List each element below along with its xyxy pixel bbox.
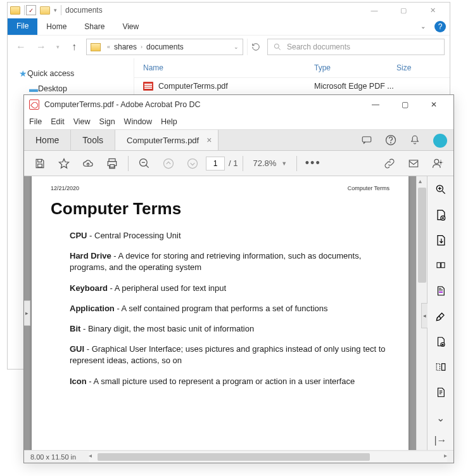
scrollbar-thumb[interactable] (98, 453, 370, 461)
qat-dropdown-icon[interactable]: ▾ (54, 7, 57, 13)
expand-panel-icon[interactable]: |→ (433, 435, 448, 446)
export-pdf-icon[interactable] (434, 233, 448, 247)
close-button[interactable]: ✕ (419, 96, 448, 113)
page-up-button[interactable] (158, 153, 179, 174)
page-dimensions: 8.00 x 11.50 in (30, 453, 76, 461)
explorer-title: documents (65, 6, 103, 15)
search-tool-icon[interactable] (434, 183, 448, 196)
ribbon-file-tab[interactable]: File (8, 18, 37, 35)
organize-pages-icon[interactable] (434, 259, 448, 273)
svg-point-9 (188, 158, 198, 168)
star-button[interactable] (53, 153, 75, 174)
minimize-button[interactable]: — (360, 4, 389, 16)
ribbon-share-tab[interactable]: Share (75, 19, 113, 34)
menu-help[interactable]: Help (161, 117, 177, 126)
file-row[interactable]: ComputerTerms.pdf Microsoft Edge PDF ... (134, 78, 450, 94)
help-circle-icon[interactable] (379, 130, 403, 150)
folder-icon (40, 6, 50, 15)
bell-icon[interactable] (403, 130, 427, 150)
up-button[interactable]: ↑ (66, 39, 82, 55)
qat-properties-icon[interactable]: ✓ (26, 5, 36, 15)
save-button[interactable] (29, 153, 51, 174)
minimize-button[interactable]: — (361, 96, 390, 113)
email-button[interactable] (403, 153, 424, 174)
zoom-dropdown[interactable]: 72.8% ▼ (248, 157, 291, 170)
tab-close-icon[interactable]: × (206, 135, 212, 145)
convert-icon[interactable] (434, 335, 448, 349)
horizontal-scrollbar[interactable] (89, 452, 447, 462)
svg-rect-16 (441, 262, 444, 267)
compare-icon[interactable] (434, 360, 448, 374)
recent-dropdown-icon[interactable]: ▾ (53, 39, 62, 55)
page-down-button[interactable] (182, 153, 203, 174)
svg-rect-10 (409, 160, 418, 167)
sidebar-label: Desktop (38, 84, 67, 93)
acrobat-logo-icon (29, 100, 39, 110)
back-button[interactable]: ← (13, 39, 29, 55)
menu-sign[interactable]: Sign (99, 117, 115, 126)
sign-icon[interactable] (434, 309, 448, 323)
chevron-down-icon: ▼ (281, 160, 287, 167)
column-size[interactable]: Size (396, 63, 441, 72)
tab-home[interactable]: Home (24, 130, 71, 150)
acrobat-titlebar[interactable]: ComputerTerms.pdf - Adobe Acrobat Pro DC… (24, 95, 453, 114)
forward-button[interactable]: → (33, 39, 49, 55)
close-button[interactable]: ✕ (418, 4, 447, 16)
explorer-titlebar[interactable]: ✓ ▾ documents — ▢ ✕ (8, 3, 450, 18)
ribbon-home-tab[interactable]: Home (37, 19, 75, 34)
search-input[interactable]: Search documents (267, 39, 445, 55)
more-tools-icon[interactable] (434, 385, 448, 399)
help-icon[interactable]: ? (434, 21, 446, 32)
explorer-ribbon: File Home Share View ⌄ ? (8, 18, 450, 35)
search-icon (273, 42, 282, 51)
zoom-value: 72.8% (253, 158, 276, 168)
breadcrumb-sep-icon: › (141, 44, 142, 50)
redact-icon[interactable] (434, 284, 448, 298)
page-header-date: 12/21/2020 (51, 185, 79, 191)
ribbon-collapse-icon[interactable]: ⌄ (415, 23, 431, 30)
profile-avatar[interactable] (433, 134, 447, 148)
ribbon-view-tab[interactable]: View (113, 19, 148, 34)
menu-file[interactable]: File (29, 117, 42, 126)
right-panel-toggle[interactable]: ◂ (421, 303, 428, 328)
menu-edit[interactable]: Edit (51, 117, 65, 126)
zoom-out-button[interactable] (134, 153, 155, 174)
acrobat-window: ComputerTerms.pdf - Adobe Acrobat Pro DC… (23, 94, 454, 463)
scrollbar-thumb[interactable] (418, 188, 426, 283)
left-panel-toggle[interactable]: ▸ (24, 300, 30, 326)
address-dropdown-icon[interactable]: ⌄ (234, 44, 239, 50)
maximize-button[interactable]: ▢ (389, 4, 418, 16)
share-people-button[interactable] (427, 153, 448, 174)
svg-rect-4 (38, 164, 42, 167)
term-entry: Icon - A small picture used to represent… (70, 376, 390, 387)
more-button[interactable]: ••• (302, 153, 324, 174)
column-name[interactable]: Name (143, 63, 314, 72)
menu-window[interactable]: Window (124, 117, 152, 126)
document-viewport[interactable]: ▸ 12/21/2020 Computer Terms Computer Ter… (24, 176, 416, 450)
column-type[interactable]: Type (314, 63, 396, 72)
chevron-down-icon[interactable]: ⌄ (434, 411, 448, 425)
file-type: Microsoft Edge PDF ... (314, 82, 396, 91)
term-entry: Application - A self contained program t… (70, 303, 390, 314)
refresh-button[interactable] (247, 39, 263, 55)
print-button[interactable] (101, 153, 123, 174)
breadcrumb-seg[interactable]: documents (146, 42, 184, 51)
chat-icon[interactable] (355, 130, 379, 150)
share-link-button[interactable] (379, 153, 400, 174)
acrobat-tab-bar: Home Tools ComputerTerms.pdf × (24, 129, 453, 151)
cloud-button[interactable] (77, 153, 99, 174)
term-entry: CPU - Central Processing Unit (70, 230, 390, 241)
create-pdf-icon[interactable] (434, 208, 448, 222)
maximize-button[interactable]: ▢ (390, 96, 419, 113)
svg-rect-15 (437, 262, 440, 267)
address-bar[interactable]: « shares › documents ⌄ (86, 39, 243, 55)
sidebar-quick-access[interactable]: ★ Quick access (13, 66, 129, 81)
tab-tools[interactable]: Tools (71, 130, 115, 150)
svg-point-8 (164, 158, 174, 168)
breadcrumb-seg[interactable]: shares (114, 42, 137, 51)
menu-view[interactable]: View (73, 117, 91, 126)
pdf-icon (143, 82, 153, 91)
tab-document[interactable]: ComputerTerms.pdf × (115, 130, 218, 150)
page-current-input[interactable] (206, 157, 225, 170)
file-name: ComputerTerms.pdf (158, 82, 228, 91)
